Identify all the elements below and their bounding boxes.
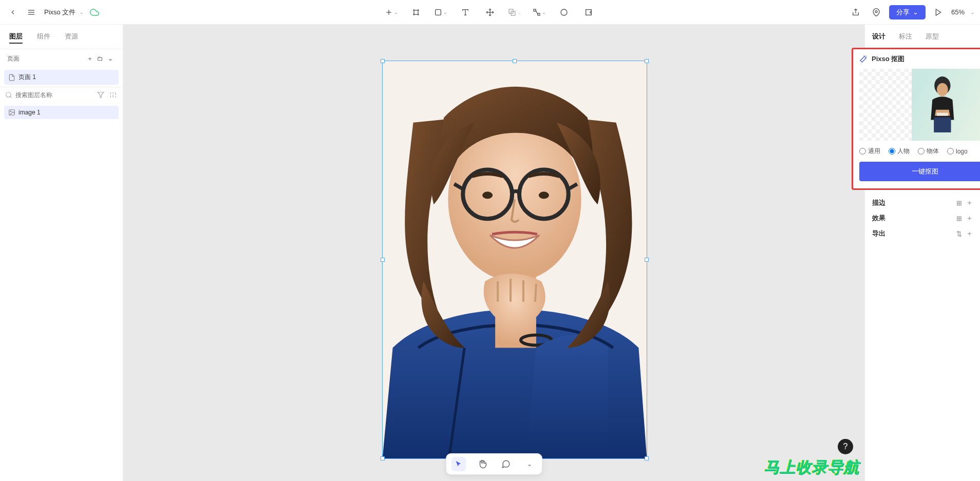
ellipse-icon[interactable] bbox=[556, 5, 572, 20]
share-label: 分享 bbox=[896, 8, 910, 17]
add-export-icon[interactable]: ＋ bbox=[966, 229, 973, 238]
magic-wand-icon bbox=[859, 55, 868, 63]
export-settings-icon[interactable]: ⇅ bbox=[956, 230, 962, 238]
more-tools-icon[interactable]: ⌄ bbox=[522, 457, 537, 471]
svg-rect-17 bbox=[538, 13, 540, 15]
search-icon bbox=[5, 91, 12, 99]
settings-icon[interactable] bbox=[108, 90, 118, 100]
hand-tool[interactable] bbox=[475, 457, 489, 471]
selected-image[interactable]: 773×1160 bbox=[382, 61, 647, 459]
effect-section-label: 效果 bbox=[872, 214, 885, 223]
zoom-level[interactable]: 65% bbox=[951, 8, 965, 16]
cloud-sync-icon[interactable] bbox=[87, 5, 102, 20]
cutout-mode-row: 通用 人物 物体 logo bbox=[859, 147, 980, 156]
cursor-tool[interactable] bbox=[451, 457, 466, 471]
add-stroke-icon[interactable]: ＋ bbox=[966, 198, 973, 207]
tab-components[interactable]: 组件 bbox=[37, 32, 50, 44]
cutout-panel: Pixso 抠图 × 通用 bbox=[852, 48, 980, 190]
layer-search-input[interactable] bbox=[15, 91, 93, 99]
tab-prototype[interactable]: 原型 bbox=[926, 32, 939, 41]
toolbar-center: ⌄ ⌄ ⌄ ⌄ bbox=[384, 5, 596, 20]
svg-line-25 bbox=[10, 97, 12, 98]
tab-assets[interactable]: 资源 bbox=[65, 32, 78, 44]
page-icon bbox=[8, 74, 15, 81]
export-section-label: 导出 bbox=[872, 229, 885, 238]
add-page-icon[interactable]: ＋ bbox=[85, 53, 95, 64]
stroke-section-label: 描边 bbox=[872, 198, 885, 207]
pages-folder-icon[interactable]: 🗀 bbox=[95, 53, 105, 64]
move-icon[interactable] bbox=[482, 5, 498, 20]
export-icon[interactable] bbox=[848, 5, 863, 20]
file-title[interactable]: Pixso 文件 bbox=[44, 8, 76, 17]
layer-search-row bbox=[0, 87, 123, 103]
zoom-dropdown-icon[interactable]: ⌄ bbox=[971, 10, 975, 15]
watermark: 马上收录导航 bbox=[764, 457, 859, 478]
resize-handle[interactable] bbox=[381, 456, 385, 460]
add-effect-icon[interactable]: ＋ bbox=[966, 214, 973, 223]
left-panel: 图层 组件 资源 页面 ＋ 🗀 ⌄ 页面 1 bbox=[0, 25, 123, 481]
page-name: 页面 1 bbox=[18, 73, 36, 82]
tab-annotate[interactable]: 标注 bbox=[899, 32, 912, 41]
file-dropdown-icon[interactable]: ⌄ bbox=[80, 10, 84, 15]
svg-point-43 bbox=[539, 191, 549, 199]
duplicate-icon[interactable]: ⌄ bbox=[507, 5, 522, 20]
filter-icon[interactable] bbox=[96, 90, 105, 100]
cutout-preview bbox=[859, 69, 980, 141]
pages-label: 页面 bbox=[7, 54, 20, 63]
resize-handle[interactable] bbox=[645, 456, 649, 460]
resize-handle[interactable] bbox=[645, 258, 649, 262]
shape-icon[interactable]: ⌄ bbox=[433, 5, 448, 20]
resize-handle[interactable] bbox=[381, 59, 385, 63]
cutout-title: Pixso 抠图 bbox=[872, 54, 904, 64]
add-icon[interactable]: ⌄ bbox=[384, 5, 399, 20]
image-content bbox=[383, 61, 647, 458]
svg-point-24 bbox=[6, 92, 11, 97]
help-button[interactable]: ? bbox=[838, 439, 853, 454]
tab-layers[interactable]: 图层 bbox=[9, 32, 23, 44]
canvas[interactable]: 773×1160 Pixso 抠图 × bbox=[123, 25, 864, 481]
cutout-button[interactable]: 一键抠图 bbox=[859, 162, 980, 181]
slice-icon[interactable] bbox=[581, 5, 596, 20]
toolbar-right: 分享 ⌄ 65% ⌄ bbox=[848, 5, 975, 20]
svg-rect-16 bbox=[534, 9, 536, 11]
svg-marker-26 bbox=[98, 92, 104, 98]
resize-handle[interactable] bbox=[513, 59, 517, 63]
radio-general[interactable]: 通用 bbox=[859, 147, 880, 156]
comment-tool[interactable] bbox=[499, 457, 513, 471]
floating-toolbar: ⌄ bbox=[446, 453, 542, 475]
svg-point-34 bbox=[10, 111, 11, 112]
svg-line-18 bbox=[536, 10, 538, 14]
top-toolbar: Pixso 文件 ⌄ ⌄ ⌄ ⌄ ⌄ bbox=[0, 0, 980, 25]
pages-header: 页面 ＋ 🗀 ⌄ bbox=[0, 49, 123, 68]
layer-item[interactable]: image 1 bbox=[4, 106, 119, 119]
radio-logo[interactable]: logo bbox=[947, 148, 968, 155]
svg-point-22 bbox=[875, 10, 877, 12]
frame-icon[interactable] bbox=[408, 5, 424, 20]
play-icon[interactable] bbox=[931, 5, 946, 20]
share-button[interactable]: 分享 ⌄ bbox=[889, 5, 926, 20]
back-icon[interactable] bbox=[5, 5, 21, 20]
svg-point-19 bbox=[561, 9, 567, 15]
radio-object[interactable]: 物体 bbox=[918, 147, 939, 156]
tab-design[interactable]: 设计 bbox=[872, 32, 885, 41]
left-tabs: 图层 组件 资源 bbox=[0, 25, 123, 49]
effect-style-icon[interactable]: ⊞ bbox=[956, 215, 962, 222]
menu-icon[interactable] bbox=[24, 5, 39, 20]
svg-rect-20 bbox=[586, 9, 592, 15]
pages-collapse-icon[interactable]: ⌄ bbox=[105, 53, 116, 64]
text-icon[interactable] bbox=[458, 5, 473, 20]
resize-handle[interactable] bbox=[645, 59, 649, 63]
layer-name: image 1 bbox=[18, 109, 41, 116]
image-icon bbox=[8, 109, 15, 116]
radio-person[interactable]: 人物 bbox=[889, 147, 910, 156]
svg-rect-48 bbox=[937, 113, 948, 116]
svg-marker-23 bbox=[936, 9, 940, 15]
svg-point-46 bbox=[937, 83, 948, 97]
svg-rect-9 bbox=[436, 9, 441, 15]
stroke-style-icon[interactable]: ⊞ bbox=[956, 199, 962, 207]
vector-icon[interactable]: ⌄ bbox=[532, 5, 547, 20]
svg-rect-47 bbox=[934, 118, 951, 132]
location-icon[interactable] bbox=[869, 5, 884, 20]
resize-handle[interactable] bbox=[381, 258, 385, 262]
page-item[interactable]: 页面 1 bbox=[4, 70, 119, 85]
